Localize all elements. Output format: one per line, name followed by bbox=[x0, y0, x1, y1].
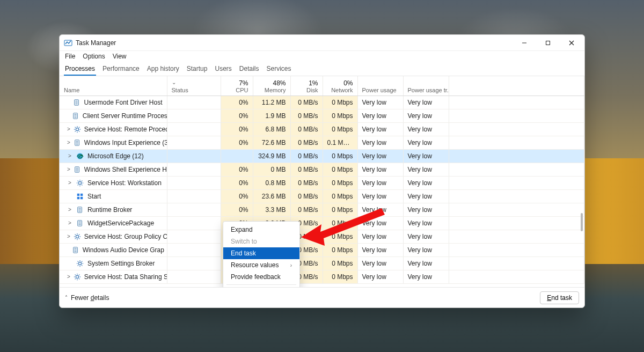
table-row[interactable]: >Windows Input Experience (3)˄0%72.6 MB0… bbox=[60, 136, 584, 149]
expand-chevron-icon[interactable]: > bbox=[67, 166, 70, 172]
disk-usage-total: 1% bbox=[295, 79, 318, 87]
cell-power-usage-trend: Very low bbox=[403, 216, 449, 230]
svg-rect-43 bbox=[80, 196, 83, 199]
cell-power-usage-trend: Very low bbox=[403, 203, 449, 216]
fewer-details-toggle[interactable]: ˄ Fewer details bbox=[65, 294, 109, 302]
process-name: Service Host: Workstation bbox=[87, 179, 162, 187]
expand-chevron-icon[interactable] bbox=[67, 113, 69, 119]
ctx-end-task[interactable]: End task bbox=[223, 247, 299, 259]
process-name: WidgetServicePackage bbox=[87, 219, 154, 227]
maximize-button[interactable] bbox=[536, 35, 560, 51]
ctx-resource-values[interactable]: Resource values› bbox=[223, 259, 299, 271]
svg-line-19 bbox=[79, 131, 79, 131]
expand-chevron-icon[interactable]: > bbox=[67, 126, 70, 132]
col-network[interactable]: Network bbox=[327, 87, 353, 93]
svg-point-13 bbox=[76, 128, 78, 130]
table-row[interactable]: >Service Host: Data Sharing Service0%1.9… bbox=[60, 270, 584, 283]
expand-chevron-icon[interactable]: > bbox=[67, 180, 72, 186]
tab-startup[interactable]: Startup bbox=[187, 65, 208, 72]
cell-power-usage: Very low bbox=[357, 243, 403, 256]
expand-chevron-icon[interactable]: > bbox=[67, 220, 72, 226]
table-row[interactable]: Windows Audio Device Grap0%1.1 MB0 MB/s0… bbox=[60, 243, 584, 256]
col-disk[interactable]: Disk bbox=[295, 87, 318, 93]
expand-chevron-icon[interactable]: > bbox=[67, 207, 72, 212]
svg-line-73 bbox=[82, 261, 82, 261]
expand-chevron-icon[interactable] bbox=[67, 260, 72, 266]
ctx-debug: Debug bbox=[223, 287, 299, 287]
expand-chevron-icon[interactable] bbox=[67, 193, 72, 199]
table-row[interactable]: >Microsoft Edge (12)324.9 MB0 MB/s0 Mbps… bbox=[60, 149, 584, 163]
table-row[interactable]: System Settings Broker0%2.6 MB0 MB/s0 Mb… bbox=[60, 256, 584, 270]
col-power-usage-trend[interactable]: Power usage tr... bbox=[408, 87, 444, 93]
cell-power-usage-trend: Very low bbox=[403, 136, 449, 149]
table-row[interactable]: >Service Host: Remote Procedure...0%6.8 … bbox=[60, 122, 584, 136]
svg-line-71 bbox=[82, 265, 82, 266]
col-name[interactable]: Name bbox=[64, 87, 163, 93]
network-usage-total: 0% bbox=[327, 79, 353, 87]
cell-power-usage: Very low bbox=[357, 176, 403, 189]
chevron-down-icon[interactable]: ⌄ bbox=[172, 79, 176, 85]
footer-bar: ˄ Fewer details End task bbox=[60, 287, 584, 307]
cell-network: 0 Mbps bbox=[323, 96, 357, 109]
process-icon bbox=[76, 179, 84, 187]
cell-power-usage-trend: Very low bbox=[403, 96, 449, 109]
cell-status bbox=[167, 256, 221, 270]
tab-performance[interactable]: Performance bbox=[103, 65, 140, 72]
close-button[interactable] bbox=[560, 35, 583, 51]
expand-chevron-icon[interactable] bbox=[67, 247, 69, 253]
svg-rect-2 bbox=[546, 41, 550, 45]
scrollbar-thumb[interactable] bbox=[581, 213, 583, 231]
table-row[interactable]: >Windows Shell Experience Ho0%0 MB0 MB/s… bbox=[60, 163, 584, 176]
col-cpu[interactable]: CPU bbox=[225, 87, 248, 93]
menu-view[interactable]: View bbox=[113, 53, 127, 60]
table-row[interactable]: Start0%23.6 MB0 MB/s0 MbpsVery lowVery l… bbox=[60, 189, 584, 203]
task-manager-window: Task Manager File Options View Processes… bbox=[59, 34, 585, 308]
expand-chevron-icon[interactable]: > bbox=[67, 153, 72, 159]
expand-chevron-icon[interactable]: > bbox=[67, 140, 70, 145]
tab-processes[interactable]: Processes bbox=[65, 65, 95, 72]
end-task-button[interactable]: End task bbox=[540, 291, 579, 304]
svg-rect-42 bbox=[77, 196, 79, 199]
table-row[interactable]: Client Server Runtime Process0%1.9 MB0 M… bbox=[60, 109, 584, 122]
cell-cpu: 0% bbox=[221, 176, 253, 189]
ctx-expand[interactable]: Expand bbox=[223, 224, 299, 236]
cell-memory: 72.6 MB bbox=[253, 136, 290, 149]
table-row[interactable]: Usermode Font Driver Host0%11.2 MB0 MB/s… bbox=[60, 96, 584, 109]
col-power-usage[interactable]: Power usage bbox=[362, 87, 399, 93]
process-icon bbox=[74, 232, 81, 241]
memory-usage-total: 48% bbox=[258, 79, 286, 87]
process-icon bbox=[74, 125, 81, 134]
cell-network: 0 Mbps bbox=[323, 230, 357, 243]
minimize-button[interactable] bbox=[513, 35, 536, 51]
menu-options[interactable]: Options bbox=[83, 53, 105, 60]
cell-memory: 6.8 MB bbox=[253, 122, 290, 136]
cell-status bbox=[167, 243, 221, 256]
svg-point-31 bbox=[78, 181, 81, 184]
expand-chevron-icon[interactable] bbox=[67, 99, 70, 105]
cell-status bbox=[167, 163, 221, 176]
cell-power-usage-trend: Very low bbox=[403, 163, 449, 176]
tab-services[interactable]: Services bbox=[267, 65, 291, 72]
column-headers[interactable]: Name ⌄ Status 7%CPU 48%Memory 1%Disk 0%N… bbox=[60, 76, 584, 96]
table-row[interactable]: >WidgetServicePackage0%3.0 MB0 MB/s0 Mbp… bbox=[60, 216, 584, 230]
cell-power-usage: Very low bbox=[357, 270, 403, 283]
ctx-provide-feedback[interactable]: Provide feedback bbox=[223, 271, 299, 283]
col-status[interactable]: Status bbox=[172, 87, 216, 93]
expand-chevron-icon[interactable]: > bbox=[67, 274, 70, 280]
cell-network: 0 Mbps bbox=[323, 176, 357, 189]
table-row[interactable]: >Service Host: Group Policy C0%1.2 MB0 M… bbox=[60, 230, 584, 243]
tab-details[interactable]: Details bbox=[239, 65, 259, 72]
expand-chevron-icon[interactable]: > bbox=[67, 233, 70, 239]
table-row[interactable]: >Service Host: Workstation0%0.8 MB0 MB/s… bbox=[60, 176, 584, 189]
table-row[interactable]: >Runtime Broker0%3.3 MB0 MB/s0 MbpsVery … bbox=[60, 203, 584, 216]
titlebar[interactable]: Task Manager bbox=[60, 35, 584, 51]
process-icon bbox=[76, 152, 84, 160]
col-memory[interactable]: Memory bbox=[258, 87, 286, 93]
menu-bar: File Options View bbox=[60, 51, 584, 63]
process-icon bbox=[74, 165, 81, 174]
process-name: Start bbox=[87, 193, 101, 200]
menu-file[interactable]: File bbox=[65, 53, 75, 60]
cell-power-usage-trend: Very low bbox=[403, 243, 449, 256]
tab-users[interactable]: Users bbox=[215, 65, 231, 72]
tab-app-history[interactable]: App history bbox=[147, 65, 179, 72]
